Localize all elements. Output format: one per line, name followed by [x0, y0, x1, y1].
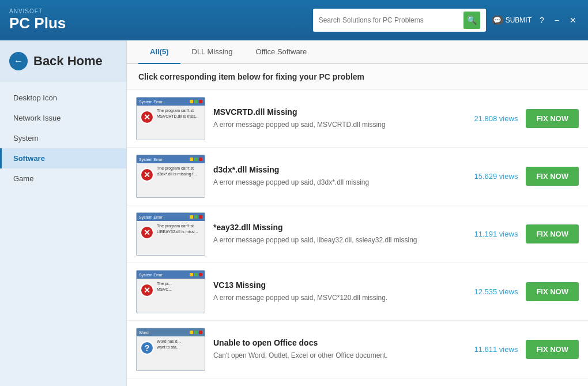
thumb-error-icon: ✕: [140, 168, 154, 182]
item-thumbnail: System Error ✕ The program can't stLIBEA…: [136, 212, 205, 256]
submit-button[interactable]: 💬 SUBMIT: [492, 16, 532, 25]
thumb-dot-yellow: [190, 273, 193, 276]
item-title: VC13 Missing: [213, 280, 466, 290]
item-info: d3dx*.dll Missing A error message popped…: [213, 165, 466, 188]
content-instruction: Click corresponding item below for fixin…: [127, 64, 588, 90]
item-info: MSVCRTD.dll Missing A error message popp…: [213, 107, 466, 130]
item-info: VC13 Missing A error message popped up s…: [213, 280, 466, 303]
app-name-bottom: PC Plus: [9, 14, 66, 32]
item-title: MSVCRTD.dll Missing: [213, 107, 466, 117]
thumb-dot-yellow: [190, 331, 193, 334]
thumb-body-text: The pr...MSVC...: [157, 281, 172, 293]
thumb-body: ✕ The pr...MSVC...: [137, 279, 205, 313]
sidebar-item-system[interactable]: System: [0, 128, 126, 148]
item-desc: A error message popped up said, MSVC*120…: [213, 293, 466, 303]
sidebar-item-desktop-icon[interactable]: Desktop Icon: [0, 88, 126, 108]
list-item: Word ? Word has d...want to sta... Unabl…: [127, 321, 588, 378]
item-right: 11.611 views FIX NOW: [474, 340, 579, 359]
thumb-dot-yellow: [190, 158, 193, 161]
item-title: d3dx*.dll Missing: [213, 165, 466, 174]
views-count: 21.808 views: [474, 114, 518, 123]
thumb-dot-red: [199, 158, 202, 161]
search-button[interactable]: 🔍: [463, 12, 480, 29]
thumb-dot-red: [199, 215, 202, 219]
thumb-dot-green: [194, 215, 198, 219]
thumb-dot-red: [199, 331, 202, 334]
thumb-body: ? Word has d...want to sta...: [137, 336, 205, 370]
main-layout: ← Back Home Desktop Icon Network Issue S…: [0, 40, 588, 386]
sidebar-item-game[interactable]: Game: [0, 168, 126, 189]
search-input[interactable]: [319, 16, 463, 24]
submit-label: SUBMIT: [506, 16, 532, 24]
search-box: 🔍: [313, 9, 486, 32]
thumb-body-text: The program can't std3dx*.dll is missing…: [157, 166, 197, 177]
item-info: Unable to open Office docs Can't open Wo…: [213, 338, 466, 361]
back-home-button[interactable]: ← Back Home: [0, 40, 126, 82]
thumb-body: ✕ The program can't stLIBEAY32.dll is mi…: [137, 221, 205, 255]
thumb-dot-green: [194, 158, 198, 161]
item-desc: Can't open Word, Outlet, Excel or other …: [213, 350, 466, 361]
tab-dll-missing[interactable]: DLL Missing: [180, 40, 244, 64]
thumb-error-icon: ✕: [140, 283, 154, 297]
item-info: *eay32.dll Missing A error message poppe…: [213, 223, 466, 245]
list-item: System Error ✕ The program can't stMSVCR…: [127, 90, 588, 148]
item-title: *eay32.dll Missing: [213, 223, 466, 232]
thumb-dot-red: [199, 100, 202, 103]
header: ANVISOFT PC Plus 🔍 💬 SUBMIT ? − ✕: [0, 0, 588, 40]
list-item: System Error ✕ The program can't std3dx*…: [127, 148, 588, 205]
fix-now-button[interactable]: FIX NOW: [526, 282, 579, 301]
fix-now-button[interactable]: FIX NOW: [526, 224, 579, 243]
item-right: 12.535 views FIX NOW: [474, 282, 579, 301]
tab-office-software[interactable]: Office Software: [244, 40, 319, 64]
thumb-title-text: System Error: [139, 158, 189, 162]
thumb-body: ✕ The program can't stMSVCRTD.dll is mis…: [137, 106, 205, 140]
close-button[interactable]: ✕: [567, 16, 579, 25]
thumb-titlebar: System Error: [137, 271, 205, 279]
back-arrow-icon: ←: [9, 52, 28, 70]
thumb-dot-green: [194, 273, 198, 276]
thumb-titlebar: System Error: [137, 155, 205, 163]
thumb-body-text: The program can't stMSVCRTD.dll is miss.…: [157, 108, 199, 119]
item-right: 11.191 views FIX NOW: [474, 224, 579, 243]
item-thumbnail: System Error ✕ The program can't std3dx*…: [136, 155, 205, 198]
item-thumbnail: System Error ✕ The pr...MSVC...: [136, 270, 205, 313]
views-count: 11.611 views: [474, 345, 518, 354]
item-title: Unable to open Office docs: [213, 338, 466, 347]
fix-now-button[interactable]: FIX NOW: [526, 340, 579, 359]
sidebar: ← Back Home Desktop Icon Network Issue S…: [0, 40, 127, 386]
tab-all[interactable]: All(5): [138, 40, 180, 64]
thumb-title-text: Word: [139, 331, 189, 335]
list-item: System Error ✕ The program can't stLIBEA…: [127, 205, 588, 263]
help-button[interactable]: ?: [537, 16, 546, 25]
thumb-error-icon: ✕: [140, 110, 154, 124]
thumb-dot-red: [199, 273, 202, 276]
content: All(5) DLL Missing Office Software Click…: [127, 40, 588, 386]
app-name-top: ANVISOFT: [9, 8, 66, 14]
header-right: 🔍 💬 SUBMIT ? − ✕: [313, 9, 579, 32]
tabs-bar: All(5) DLL Missing Office Software: [127, 40, 588, 64]
back-home-label: Back Home: [33, 54, 103, 69]
thumb-title-text: System Error: [139, 215, 189, 219]
item-thumbnail: System Error ✕ The program can't stMSVCR…: [136, 97, 205, 140]
list-item: System Error ✕ The pr...MSVC... VC13 Mis…: [127, 263, 588, 321]
sidebar-nav: Desktop Icon Network Issue System Softwa…: [0, 82, 126, 194]
thumb-title-text: System Error: [139, 100, 189, 104]
item-desc: A error message popped up said, MSVCRTD.…: [213, 119, 466, 130]
minimize-button[interactable]: −: [552, 16, 561, 25]
item-desc: A error message popped up said, libeay32…: [213, 235, 466, 245]
thumb-titlebar: System Error: [137, 98, 205, 106]
item-right: 21.808 views FIX NOW: [474, 109, 579, 128]
sidebar-item-software[interactable]: Software: [0, 148, 126, 168]
fix-now-button[interactable]: FIX NOW: [526, 167, 579, 186]
submit-bubble-icon: 💬: [492, 16, 503, 25]
thumb-titlebar: Word: [137, 328, 205, 336]
sidebar-item-network-issue[interactable]: Network Issue: [0, 108, 126, 128]
thumb-dot-green: [194, 331, 198, 334]
item-thumbnail: Word ? Word has d...want to sta...: [136, 328, 205, 371]
thumb-question-icon: ?: [140, 341, 154, 355]
thumb-title-text: System Error: [139, 273, 189, 277]
logo: ANVISOFT PC Plus: [9, 8, 66, 32]
thumb-body-text: Word has d...want to sta...: [157, 339, 181, 350]
thumb-dot-yellow: [190, 215, 193, 219]
fix-now-button[interactable]: FIX NOW: [526, 109, 579, 128]
